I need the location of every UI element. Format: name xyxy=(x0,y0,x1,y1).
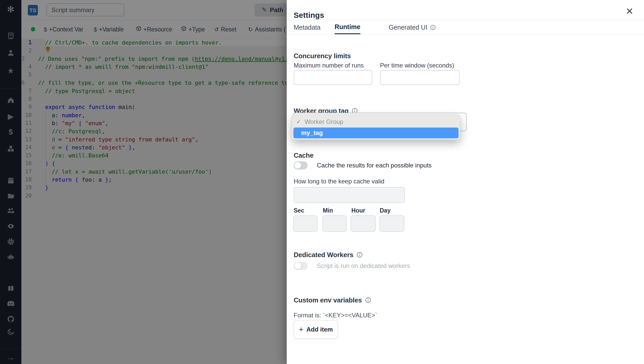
env-format-hint: Format is: `<KEY>=<VALUE>` xyxy=(294,312,377,319)
cache-toggle[interactable] xyxy=(294,161,308,170)
dropdown-group-label: ✓ Worker Group xyxy=(293,116,459,128)
tab-metadata-label: Metadata xyxy=(294,24,320,31)
dedicated-toggle-label: Script is run on dedicated workers xyxy=(317,262,410,269)
close-icon xyxy=(626,7,633,15)
time-window-label: Per time window (seconds) xyxy=(380,62,454,69)
max-runs-label: Maximum number of runs xyxy=(294,62,364,69)
dedicated-workers-toggle[interactable] xyxy=(294,262,308,270)
tab-runtime-label: Runtime xyxy=(335,23,360,31)
day-input[interactable] xyxy=(379,215,404,232)
min-input[interactable] xyxy=(322,215,347,232)
windmill-app: ✻ ★ ▶ $ xyxy=(0,0,644,364)
info-icon[interactable] xyxy=(430,24,436,30)
min-label: Min xyxy=(323,207,333,214)
cache-heading: Cache xyxy=(294,151,313,159)
plus-icon: + xyxy=(299,326,303,333)
max-runs-input[interactable] xyxy=(294,70,372,85)
info-icon[interactable] xyxy=(357,252,363,258)
check-icon: ✓ xyxy=(296,118,301,125)
day-label: Day xyxy=(380,207,391,214)
concurrency-heading: Concurency limits xyxy=(294,52,351,60)
tab-generated-ui[interactable]: Generated UI xyxy=(389,20,436,34)
cache-toggle-row: Cache the results for each possible inpu… xyxy=(294,161,432,170)
worker-group-dropdown: ✓ Worker Group my_tag xyxy=(292,115,460,140)
cache-duration-label: How long to the keep cache valid xyxy=(294,178,384,185)
add-item-button[interactable]: + Add item xyxy=(294,320,338,339)
tab-metadata[interactable]: Metadata xyxy=(294,20,320,34)
hour-label: Hour xyxy=(351,207,365,214)
settings-drawer: Settings Metadata Runtime Generated UI C… xyxy=(287,0,644,364)
hour-input[interactable] xyxy=(351,215,376,232)
custom-env-heading: Custom env variables xyxy=(294,296,371,304)
cache-toggle-label: Cache the results for each possible inpu… xyxy=(317,162,432,169)
info-icon[interactable] xyxy=(365,297,371,303)
dropdown-option-my-tag[interactable]: my_tag xyxy=(293,128,459,138)
add-item-label: Add item xyxy=(306,326,333,333)
close-button[interactable] xyxy=(624,6,635,16)
dedicated-workers-heading: Dedicated Workers xyxy=(294,251,363,259)
drawer-backdrop[interactable] xyxy=(0,0,287,364)
settings-title: Settings xyxy=(294,11,324,20)
time-window-input[interactable] xyxy=(380,70,460,85)
dedicated-toggle-row: Script is run on dedicated workers xyxy=(294,262,410,270)
tab-runtime[interactable]: Runtime xyxy=(335,20,360,34)
tab-generated-ui-label: Generated UI xyxy=(389,24,427,31)
settings-tabs: Metadata Runtime Generated UI xyxy=(287,20,644,35)
sec-input[interactable] xyxy=(293,215,318,232)
cache-duration-input[interactable] xyxy=(294,187,405,203)
sec-label: Sec xyxy=(294,207,304,214)
